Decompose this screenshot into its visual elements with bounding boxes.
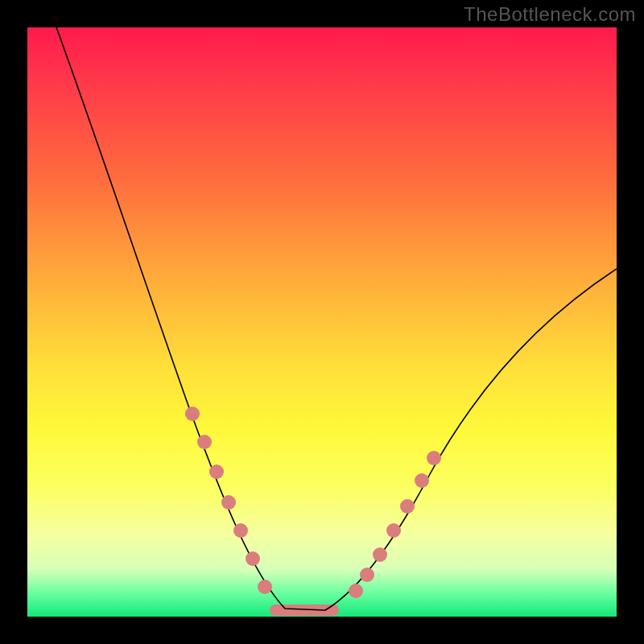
watermark-text: TheBottleneck.com <box>464 3 636 26</box>
marker-dot <box>221 495 236 510</box>
marker-dot <box>349 584 363 598</box>
marker-dot <box>209 464 224 479</box>
marker-dot <box>427 451 441 465</box>
marker-dot <box>258 580 272 594</box>
chart-frame: TheBottleneck.com <box>0 0 644 644</box>
marker-dot <box>360 568 374 582</box>
marker-dot <box>386 523 401 538</box>
marker-dot <box>246 551 260 566</box>
marker-dot <box>185 407 200 421</box>
marker-dot <box>415 473 429 488</box>
gradient-plot-area <box>27 27 617 617</box>
marker-dot <box>373 547 387 562</box>
curve-svg <box>27 27 617 617</box>
marker-dot <box>233 523 248 538</box>
bottleneck-curve <box>56 27 617 610</box>
marker-dot <box>197 435 212 449</box>
marker-dot <box>400 499 415 514</box>
